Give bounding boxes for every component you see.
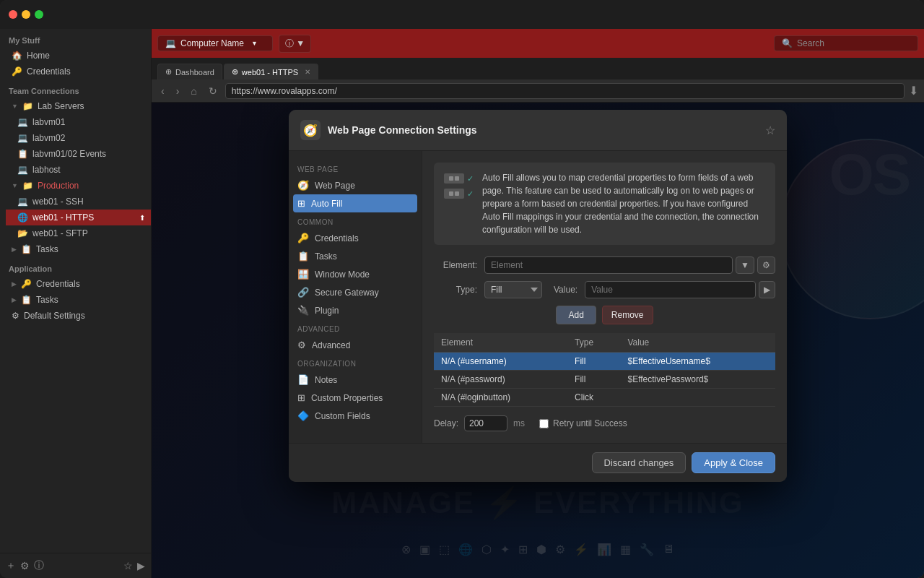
- search-icon: 🔍: [782, 38, 793, 48]
- sidebar-item-app-tasks[interactable]: ▶ 📋 Tasks: [0, 292, 151, 308]
- sidebar-item-production[interactable]: ▼ 📁 Production: [0, 178, 151, 194]
- sidebar-item-web01-sftp[interactable]: 📂 web01 - SFTP: [6, 225, 151, 241]
- type-select[interactable]: Fill: [484, 281, 542, 298]
- autofill-icon: ⊞: [297, 198, 305, 209]
- value-arrow-btn[interactable]: ▶: [759, 281, 775, 298]
- dsidebar-tasks[interactable]: 📋 Tasks: [289, 247, 422, 265]
- discard-changes-button[interactable]: Discard changes: [592, 452, 687, 473]
- production-icon: 📁: [22, 181, 33, 191]
- info-toolbar-btn[interactable]: ⓘ ▼: [279, 35, 311, 53]
- dialog-title: Web Page Connection Settings: [328, 124, 477, 136]
- tasks-icon: 📋: [21, 244, 32, 254]
- tabs-bar: ⊕ Dashboard ⊕ web01 - HTTPS ✕: [152, 58, 924, 79]
- advanced-section-title: Advanced: [289, 319, 422, 336]
- table-row[interactable]: N/A (#password) Fill $EffectivePassword$: [434, 371, 775, 389]
- dsidebar-notes[interactable]: 📄 Notes: [289, 371, 422, 389]
- sidebar-item-lab-servers[interactable]: ▼ 📁 Lab Servers: [0, 98, 151, 114]
- add-button[interactable]: Add: [556, 306, 596, 324]
- value-dropdown-wrapper: ▶: [585, 281, 775, 298]
- table-row[interactable]: N/A (#username) Fill $EffectiveUsername$: [434, 353, 775, 371]
- search-bar[interactable]: 🔍 Search: [774, 35, 918, 51]
- autofill-table: Element Type Value N/A (#username) Fill …: [434, 333, 775, 407]
- table-header-row: Element Type Value: [434, 333, 775, 353]
- tab-dashboard[interactable]: ⊕ Dashboard: [157, 64, 222, 79]
- play-button[interactable]: ▶: [137, 559, 145, 572]
- download-button[interactable]: ⬇: [909, 84, 918, 98]
- dsidebar-credentials[interactable]: 🔑 Credentials: [289, 229, 422, 247]
- organization-section-title: Organization: [289, 354, 422, 371]
- type-value-row: Type: Fill Value: ▶: [434, 281, 775, 298]
- col-type: Type: [567, 333, 620, 353]
- table-row[interactable]: N/A (#loginbutton) Click: [434, 389, 775, 407]
- url-bar[interactable]: [225, 83, 905, 99]
- chevron-right-icon: ▶: [12, 280, 17, 288]
- gear-button[interactable]: ⚙: [20, 559, 30, 572]
- sidebar-item-labvm01[interactable]: 💻 labvm01: [6, 114, 151, 130]
- col-value: Value: [620, 333, 775, 353]
- dialog-footer: Discard changes Apply & Close: [289, 443, 787, 482]
- content-area: 💻 Computer Name ▼ ⓘ ▼ 🔍 Search ⊕ Dashboa…: [152, 29, 924, 578]
- dsidebar-web-page[interactable]: 🧭 Web Page: [289, 176, 422, 194]
- favorite-star-icon[interactable]: ☆: [765, 124, 775, 137]
- sidebar-item-web01-https[interactable]: 🌐 web01 - HTTPS ⬆: [6, 210, 151, 225]
- element-input[interactable]: [484, 256, 733, 274]
- dsidebar-custom-properties[interactable]: ⊞ Custom Properties: [289, 389, 422, 407]
- cell-value: $EffectiveUsername$: [620, 353, 775, 371]
- tasks-icon: 📋: [21, 295, 32, 305]
- sync-icon: ⬆: [139, 214, 145, 222]
- sidebar-item-home[interactable]: 🏠 Home: [0, 48, 151, 64]
- sidebar-item-labhost[interactable]: 💻 labhost: [6, 162, 151, 178]
- back-button[interactable]: ‹: [157, 84, 168, 98]
- common-section-title: Common: [289, 212, 422, 229]
- sidebar: My Stuff 🏠 Home 🔑 Credentials Team Conne…: [0, 29, 152, 578]
- delay-input[interactable]: [464, 415, 507, 431]
- sidebar-item-credentials[interactable]: 🔑 Credentials: [0, 64, 151, 79]
- sidebar-item-tasks-production[interactable]: ▶ 📋 Tasks: [0, 241, 151, 257]
- credentials-icon: 🔑: [12, 66, 22, 77]
- retry-label: Retry until Success: [553, 418, 627, 428]
- element-dropdown-btn[interactable]: ▼: [736, 256, 754, 274]
- main-window: My Stuff 🏠 Home 🔑 Credentials Team Conne…: [0, 0, 924, 578]
- retry-checkbox[interactable]: [539, 419, 549, 428]
- dialog-main-content: ✓ ✓: [422, 151, 787, 443]
- cell-element: N/A (#loginbutton): [434, 389, 567, 407]
- sidebar-item-default-settings[interactable]: ⚙ Default Settings: [0, 308, 151, 324]
- apply-close-button[interactable]: Apply & Close: [692, 452, 775, 473]
- main-layout: My Stuff 🏠 Home 🔑 Credentials Team Conne…: [0, 29, 924, 578]
- description-text: Auto Fill allows you to map credential p…: [482, 171, 765, 236]
- star-button[interactable]: ☆: [123, 559, 133, 572]
- chevron-down-icon: ▼: [12, 103, 18, 110]
- info-button[interactable]: ⓘ: [34, 559, 44, 572]
- dsidebar-window-mode[interactable]: 🪟 Window Mode: [289, 265, 422, 283]
- dsidebar-advanced[interactable]: ⚙ Advanced: [289, 336, 422, 354]
- dsidebar-plugin[interactable]: 🔌 Plugin: [289, 301, 422, 319]
- cell-value: [620, 389, 775, 407]
- compass-icon: 🧭: [303, 124, 318, 137]
- dialog-title-icon: 🧭: [300, 120, 321, 140]
- maximize-traffic-light[interactable]: [35, 10, 43, 19]
- tab-close-icon[interactable]: ✕: [305, 68, 310, 76]
- tab-web01-https[interactable]: ⊕ web01 - HTTPS ✕: [224, 64, 318, 79]
- remove-button[interactable]: Remove: [602, 306, 653, 324]
- dsidebar-secure-gateway[interactable]: 🔗 Secure Gateway: [289, 283, 422, 301]
- refresh-button[interactable]: ↻: [205, 84, 221, 98]
- sidebar-item-web01-ssh[interactable]: 💻 web01 - SSH: [6, 194, 151, 210]
- computer-name-selector[interactable]: 💻 Computer Name ▼: [157, 35, 273, 51]
- dsidebar-auto-fill[interactable]: ⊞ Auto Fill: [293, 194, 417, 212]
- sidebar-item-labvm-events[interactable]: 📋 labvm01/02 Events: [6, 146, 151, 162]
- dsidebar-custom-fields[interactable]: 🔷 Custom Fields: [289, 407, 422, 425]
- sidebar-item-labvm02[interactable]: 💻 labvm02: [6, 130, 151, 146]
- home-browser-button[interactable]: ⌂: [187, 84, 200, 98]
- modal-overlay: 🧭 Web Page Connection Settings ☆ Web Pag…: [152, 103, 924, 578]
- value-input[interactable]: [585, 281, 756, 298]
- sidebar-item-app-credentials[interactable]: ▶ 🔑 Credentials: [0, 276, 151, 292]
- minimize-traffic-light[interactable]: [22, 10, 30, 19]
- element-settings-btn[interactable]: ⚙: [757, 256, 775, 274]
- team-connections-section: Team Connections: [0, 79, 151, 98]
- cell-type: Fill: [567, 353, 620, 371]
- autofill-description: ✓ ✓: [434, 163, 775, 245]
- forward-button[interactable]: ›: [173, 84, 183, 98]
- add-button[interactable]: ＋: [6, 559, 16, 572]
- cell-type: Click: [567, 389, 620, 407]
- close-traffic-light[interactable]: [9, 10, 17, 19]
